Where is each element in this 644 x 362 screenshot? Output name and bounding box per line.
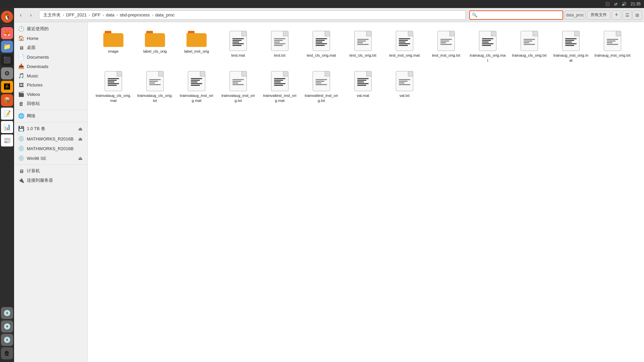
- sidebar-item-drive1[interactable]: 💾 1.0 TB 卷 ⏏: [14, 124, 88, 134]
- grid-view-button[interactable]: ⊞: [633, 10, 642, 20]
- file-item-trainvaltest-inst-orig-mat[interactable]: trainvaltest_inst_orig.mat: [260, 68, 300, 107]
- search-input[interactable]: [479, 12, 560, 17]
- file-item-val-mat[interactable]: val.mat: [343, 68, 383, 107]
- file-item-trainaug-cls-orig-txt[interactable]: trainaug_cls_orig.txt: [509, 27, 549, 66]
- breadcrumb-data[interactable]: data: [105, 12, 116, 18]
- file-item-test-txt[interactable]: test.txt: [260, 27, 300, 66]
- back-button[interactable]: ‹: [16, 10, 25, 20]
- list-view-button[interactable]: ☰: [623, 10, 632, 20]
- volume-icon[interactable]: 🔊: [622, 2, 627, 6]
- breadcrumb-dff2021[interactable]: DFF_2021: [65, 12, 88, 18]
- file-item-trainvalaug-cls-orig-txt[interactable]: trainvalaug_cls_orig.txt: [135, 68, 175, 107]
- mat-icon-trainvaltest-inst-orig: [271, 71, 288, 91]
- recent-icon: 🕐: [18, 26, 24, 32]
- breadcrumb-sbd[interactable]: sbd-preprocess: [118, 12, 151, 18]
- breadcrumb-dff[interactable]: DFF: [91, 12, 102, 18]
- sidebar-item-computer[interactable]: 🖥 计算机: [14, 166, 88, 176]
- file-label-test-inst-orig-mat: test_inst_orig.mat: [389, 53, 420, 58]
- videos-icon: 🎬: [18, 91, 24, 97]
- filter-button[interactable]: 所有文件: [587, 10, 610, 20]
- breadcrumb-dataproc[interactable]: data_proc: [154, 12, 176, 18]
- dock-item-files[interactable]: 📁: [1, 41, 13, 53]
- desktop: ⬛ ⇄ 🔊 21:35 🐧 🦊 📁 ⬛ ⚙ 🅰 📦 📝 📊 📰 💿 💿 💿 🗑 …: [0, 0, 644, 362]
- dock-item-firefox[interactable]: 🦊: [1, 27, 13, 39]
- sidebar-item-desktop[interactable]: 🖥 桌面: [14, 43, 88, 52]
- file-item-test-inst-orig-txt[interactable]: test_inst_orig.txt: [426, 27, 466, 66]
- network-icon[interactable]: ⇄: [614, 2, 618, 6]
- eject-drive1[interactable]: ⏏: [77, 125, 84, 132]
- breadcrumb-home[interactable]: 主文件夹: [42, 11, 62, 19]
- file-item-image[interactable]: image: [93, 27, 133, 66]
- dock-item-libreoffice-calc[interactable]: 📊: [1, 121, 13, 133]
- sidebar-label-trash: 回收站: [27, 101, 40, 107]
- sidebar-item-music[interactable]: 🎵 Music: [14, 71, 88, 80]
- mathworks2-icon: 💿: [18, 145, 24, 152]
- system-tray: ⬛ ⇄ 🔊 21:35: [605, 2, 641, 6]
- file-item-test-cls-orig-txt[interactable]: test_cls_orig.txt: [343, 27, 383, 66]
- dock-item-settings[interactable]: ⚙: [1, 67, 13, 79]
- dock-item-amazon[interactable]: 🅰: [1, 81, 13, 93]
- add-button[interactable]: +: [612, 10, 621, 20]
- sidebar-item-trash[interactable]: 🗑 回收站: [14, 99, 88, 108]
- txt-icon-trainaug-cls-orig: [521, 31, 538, 51]
- file-item-trainvalaug-cls-orig-mat[interactable]: trainvalaug_cls_orig.mat: [93, 68, 133, 107]
- sidebar-item-videos[interactable]: 🎬 Videos: [14, 89, 88, 99]
- txt-icon-val: [396, 71, 413, 91]
- file-item-trainvalaug-inst-orig-txt[interactable]: trainvalaug_inst_orig.txt: [218, 68, 258, 107]
- file-item-test-inst-orig-mat[interactable]: test_inst_orig.mat: [384, 27, 425, 66]
- file-grid: image label_cls_orig: [88, 22, 644, 362]
- file-item-label-inst-orig[interactable]: label_inst_orig: [176, 27, 217, 66]
- dock-item-disk2[interactable]: 💿: [1, 320, 13, 333]
- toolbar-right: 🔍 data_proc 所有文件 + ☰ ⊞: [469, 10, 642, 20]
- dock-item-ubuntu[interactable]: 🐧: [1, 11, 13, 23]
- file-item-trainaug-inst-orig-mat[interactable]: trainaug_inst_orig.mat: [551, 27, 591, 66]
- mat-icon-test-inst-orig: [396, 31, 413, 51]
- file-item-trainaug-inst-orig-txt[interactable]: trainaug_inst_orig.txt: [592, 27, 633, 66]
- mathworks1-icon: 💿: [18, 136, 24, 142]
- dock-item-trash[interactable]: 🗑: [1, 347, 13, 359]
- file-item-trainvalaug-inst-orig-mat[interactable]: trainvalaug_inst_orig.mat: [176, 68, 217, 107]
- music-icon: 🎵: [18, 73, 24, 79]
- dock-item-libreoffice-impress[interactable]: 📰: [1, 134, 13, 146]
- sidebar-item-mathworks2[interactable]: 💿 MATHWORKS_R2016B: [14, 144, 88, 153]
- file-label-val-mat: val.mat: [357, 93, 369, 98]
- file-item-trainaug-cls-orig-mat[interactable]: trainaug_cls_orig.mat: [468, 27, 508, 66]
- dock-item-disk1[interactable]: 💿: [1, 307, 13, 319]
- sidebar-divider-3: [14, 165, 88, 165]
- sidebar-item-recent[interactable]: 🕐 最近使用的: [14, 24, 88, 34]
- file-item-test-cls-orig-mat[interactable]: test_cls_orig.mat: [301, 27, 341, 66]
- sidebar-item-home[interactable]: 🏠 Home: [14, 34, 88, 43]
- sidebar-item-downloads[interactable]: 📥 Downloads: [14, 62, 88, 71]
- file-item-label-cls-orig[interactable]: label_cls_orig: [135, 27, 175, 66]
- sidebar-label-connect: 连接到服务器: [27, 177, 53, 183]
- search-bar: 🔍: [469, 10, 563, 20]
- sidebar-label-videos: Videos: [27, 92, 40, 97]
- forward-button[interactable]: ›: [26, 10, 36, 20]
- sidebar-item-pictures[interactable]: 🖼 Pictures: [14, 80, 88, 89]
- file-item-test-mat[interactable]: test.mat: [218, 27, 258, 66]
- file-label-test-cls-orig-mat: test_cls_orig.mat: [307, 53, 336, 58]
- connect-icon: 🔌: [18, 177, 24, 183]
- dock-item-terminal[interactable]: ⬛: [1, 54, 13, 66]
- file-item-trainvaltest-inst-orig-txt[interactable]: trainvaltest_inst_orig.txt: [301, 68, 341, 107]
- file-label-trainvaltest-inst-orig-txt: trainvaltest_inst_orig.txt: [303, 93, 339, 103]
- sidebar-item-win98[interactable]: 💿 Win98 SE ⏏: [14, 153, 88, 163]
- documents-icon: 📄: [18, 54, 24, 60]
- sidebar-item-connect[interactable]: 🔌 连接到服务器: [14, 176, 88, 185]
- dock-item-libreoffice-writer[interactable]: 📝: [1, 108, 13, 120]
- display-icon[interactable]: ⬛: [605, 2, 610, 6]
- mat-icon-trainaug-inst-orig: [562, 31, 580, 51]
- eject-win98[interactable]: ⏏: [77, 155, 84, 162]
- file-item-val-txt[interactable]: val.txt: [384, 68, 425, 107]
- eject-mathworks1[interactable]: ⏏: [77, 135, 84, 142]
- trash-icon: 🗑: [18, 101, 24, 107]
- sidebar-item-mathworks1[interactable]: 💿 MATHWORKS_R2016B ⏏: [14, 134, 88, 144]
- mat-icon-trainvalaug-inst-orig: [188, 71, 205, 91]
- sidebar-item-documents[interactable]: 📄 Documents: [14, 52, 88, 62]
- win98-icon: 💿: [18, 155, 24, 161]
- content-area: 🕐 最近使用的 🏠 Home 🖥 桌面 📄 Documents 📥: [14, 22, 644, 362]
- dock-item-disk3[interactable]: 💿: [1, 334, 13, 346]
- folder-icon-image: [103, 31, 123, 47]
- sidebar-item-network[interactable]: 🌐 网络: [14, 111, 88, 121]
- dock-item-software[interactable]: 📦: [1, 94, 13, 106]
